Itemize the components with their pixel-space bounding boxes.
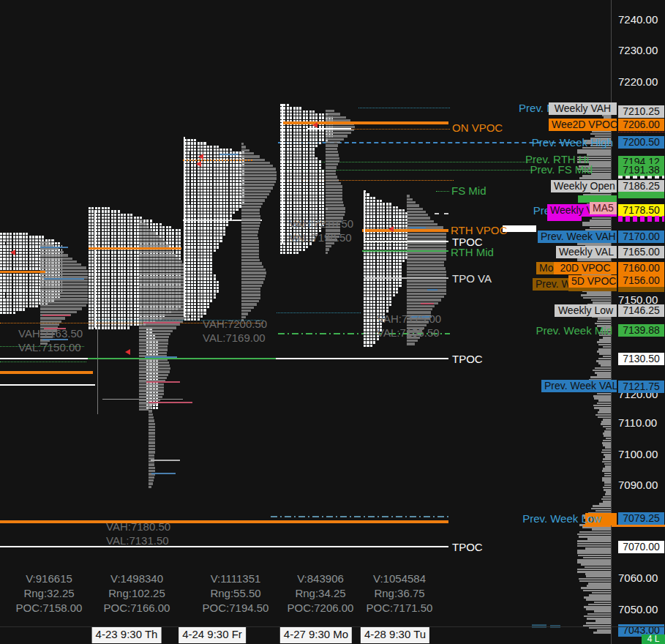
horizontal-line xyxy=(366,241,448,242)
tpo-letter-row xyxy=(364,341,377,343)
volume-bar xyxy=(241,171,277,173)
profile-tick xyxy=(40,247,68,248)
horizontal-line xyxy=(89,247,181,250)
axis-volume-bar xyxy=(593,405,611,407)
volume-bar xyxy=(407,261,444,263)
volume-bar xyxy=(40,304,86,307)
tpo-letter-row xyxy=(364,301,393,303)
tpo-letter-row xyxy=(184,149,233,151)
tpo-letter-row xyxy=(364,272,402,274)
axis-volume-bar xyxy=(577,533,611,536)
axis-volume-bar xyxy=(596,510,611,512)
profile-tick xyxy=(149,402,192,403)
profile-tick xyxy=(145,356,177,358)
volume-bar xyxy=(241,215,260,217)
axis-volume-bar xyxy=(598,411,611,413)
price-tick-label: 7100.00 xyxy=(618,448,658,460)
volume-bar xyxy=(139,311,184,313)
volume-bar xyxy=(139,336,169,338)
price-level-label: 7160.00 xyxy=(618,262,664,274)
volume-bar xyxy=(149,438,155,441)
axis-volume-bar xyxy=(593,395,611,397)
axis-volume-bar xyxy=(588,583,611,585)
volume-bar xyxy=(241,259,260,261)
volume-bar xyxy=(326,151,338,153)
study-level-label: 5D VPOC xyxy=(568,275,617,288)
volume-bar xyxy=(241,149,249,151)
volume-bar xyxy=(407,264,444,266)
axis-volume-bar xyxy=(604,482,611,484)
tpo-letter-row xyxy=(364,266,402,268)
tpo-letter-row xyxy=(184,209,239,211)
axis-volume-bar xyxy=(601,498,611,501)
tpo-letter-row xyxy=(280,113,328,116)
tpo-letter-row xyxy=(184,303,210,305)
axis-volume-bar xyxy=(605,493,611,495)
vertical-line xyxy=(282,104,283,244)
tpo-letter-row xyxy=(184,192,244,195)
axis-volume-bar xyxy=(590,133,611,135)
volume-bar xyxy=(407,258,446,260)
tpo-letter-row xyxy=(184,255,214,258)
tpo-profile-chart[interactable]: ON VPOCFS MidRTH VPOCTPOCRTH MidTPO VATP… xyxy=(0,0,665,644)
axis-volume-bar xyxy=(587,292,611,294)
axis-volume-bar xyxy=(590,227,611,229)
tpo-letter-row xyxy=(184,246,219,248)
tpo-letter-row xyxy=(89,239,182,241)
axis-volume-bar xyxy=(606,491,612,493)
price-level-label: 7200.50 xyxy=(618,136,664,149)
tpo-letter-row xyxy=(280,154,315,157)
study-level-label: Pre xyxy=(404,204,550,217)
axis-volume-bar xyxy=(579,531,611,533)
volume-bar xyxy=(241,199,265,201)
tpo-letter-row xyxy=(280,148,315,150)
tpo-letter-row xyxy=(280,195,326,198)
axis-volume-bar xyxy=(598,358,611,360)
volume-bar xyxy=(407,267,446,269)
axis-volume-bar xyxy=(596,360,611,362)
price-tick-label: 7220.00 xyxy=(618,75,658,88)
study-level-label: Prev. Week Low xyxy=(455,512,601,525)
tpo-letter-row xyxy=(89,217,143,219)
volume-bar xyxy=(241,162,270,164)
profile-tick xyxy=(151,460,180,461)
price-level-label: 7070.00 xyxy=(618,541,664,553)
axis-volume-bar xyxy=(579,578,611,580)
axis-volume-bar xyxy=(602,442,612,444)
volume-bar xyxy=(326,138,344,141)
tpo-letter-row xyxy=(364,294,396,296)
volume-bar xyxy=(149,423,155,425)
volume-bar xyxy=(149,467,155,469)
axis-volume-bar xyxy=(603,337,611,339)
price-level-label: 7170.00 xyxy=(618,231,664,243)
volume-bar xyxy=(139,323,180,326)
axis-volume-bar xyxy=(596,620,612,622)
vertical-line xyxy=(94,210,96,328)
volume-bar xyxy=(139,396,162,398)
volume-bar xyxy=(139,270,184,272)
axis-volume-bar xyxy=(585,566,611,569)
volume-bar xyxy=(241,165,273,167)
tpo-letter-row xyxy=(89,229,182,231)
axis-volume-bar xyxy=(577,543,611,545)
tpo-letter-row xyxy=(280,142,322,144)
volume-bar xyxy=(241,266,263,268)
axis-volume-bar xyxy=(594,602,611,604)
volume-bar xyxy=(241,146,246,148)
tpo-letter-row xyxy=(0,312,16,314)
volume-bar xyxy=(241,181,276,183)
horizontal-line xyxy=(271,516,448,517)
tpo-letter-row xyxy=(184,258,214,261)
price-level-label: 7156.00 xyxy=(618,274,664,287)
tpo-letter-row xyxy=(184,252,214,255)
volume-bar xyxy=(326,148,337,150)
volume-bar xyxy=(139,370,170,372)
volume-bar xyxy=(326,204,344,206)
study-level-label: Prev. Week High xyxy=(467,136,613,149)
poc-arrow-icon xyxy=(312,122,318,128)
volume-bar xyxy=(241,228,259,230)
axis-volume-bar xyxy=(591,299,611,302)
axis-volume-bar xyxy=(597,629,611,632)
tpo-letter-row xyxy=(184,287,219,289)
tpo-letter-row xyxy=(184,243,219,245)
